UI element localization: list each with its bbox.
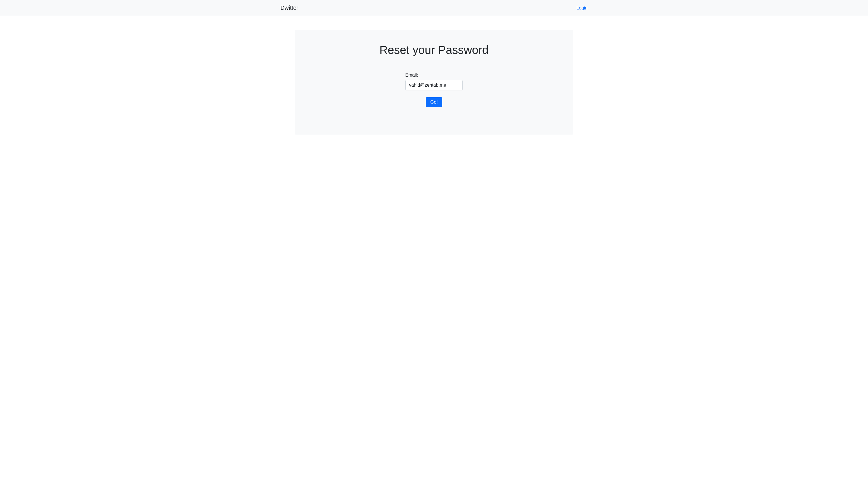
email-form-group: Email: bbox=[405, 73, 463, 90]
main-container: Reset your Password Email: Go! bbox=[291, 30, 577, 134]
form-wrapper: Email: Go! bbox=[309, 73, 559, 107]
login-link[interactable]: Login bbox=[576, 5, 588, 11]
email-input[interactable] bbox=[405, 80, 463, 90]
submit-button[interactable]: Go! bbox=[426, 97, 442, 107]
reset-password-card: Reset your Password Email: Go! bbox=[295, 30, 573, 134]
email-label: Email: bbox=[405, 73, 463, 78]
page-title: Reset your Password bbox=[309, 44, 559, 57]
brand-link[interactable]: Dwitter bbox=[280, 4, 298, 11]
navbar: Dwitter Login bbox=[0, 0, 868, 16]
navbar-container: Dwitter Login bbox=[276, 4, 592, 11]
